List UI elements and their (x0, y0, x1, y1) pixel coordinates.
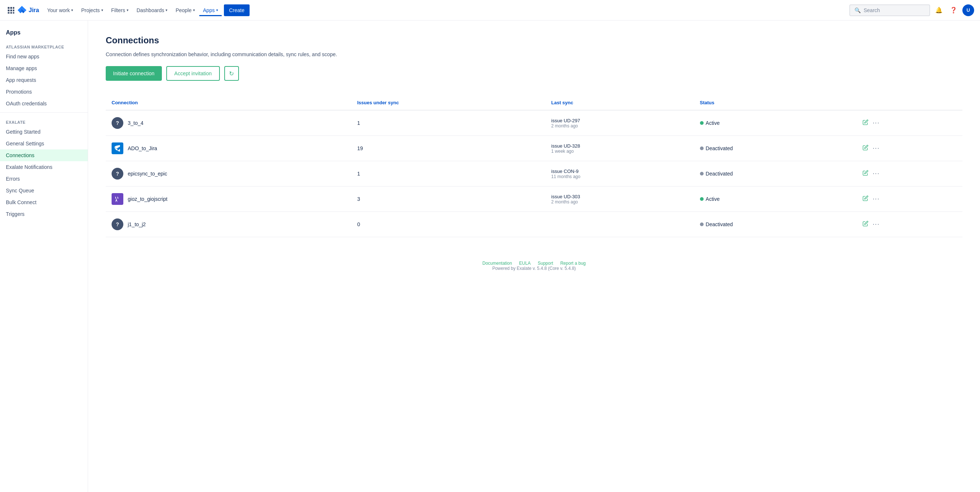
col-last-sync: Last sync (546, 96, 694, 110)
grid-icon[interactable] (6, 5, 16, 16)
nav-people[interactable]: People ▾ (172, 5, 199, 16)
table-row: gioz_to_giojscript 3 issue UD-303 2 mont… (106, 186, 963, 212)
issues-count-cell: 0 (351, 212, 546, 237)
nav-apps[interactable]: Apps ▾ (199, 5, 222, 16)
row-actions-cell: ··· (857, 161, 963, 186)
status-cell: Deactivated (694, 136, 857, 161)
nav-your-work[interactable]: Your work ▾ (43, 5, 77, 16)
status-label: Active (706, 120, 720, 126)
footer-link-documentation[interactable]: Documentation (482, 261, 512, 266)
last-sync-issue: issue UD-328 (551, 143, 688, 149)
marketplace-section-title: ATLASSIAN MARKETPLACE (0, 40, 88, 51)
connection-name-cell: gioz_to_giojscript (106, 186, 351, 212)
edit-button[interactable] (862, 221, 869, 228)
create-button[interactable]: Create (224, 5, 250, 16)
connection-name: epicsync_to_epic (128, 171, 167, 177)
connection-name: ADO_to_Jira (128, 145, 157, 151)
more-actions-button[interactable]: ··· (873, 145, 880, 152)
sidebar-item-oauth[interactable]: OAuth credentials (0, 98, 88, 110)
status-dot (700, 197, 704, 201)
status-dot (700, 146, 704, 150)
action-bar: Initiate connection Accept invitation ↻ (106, 66, 963, 81)
svg-rect-2 (13, 7, 14, 9)
sidebar-item-manage-apps[interactable]: Manage apps (0, 62, 88, 74)
sidebar-item-errors[interactable]: Errors (0, 173, 88, 185)
help-button[interactable]: ❓ (948, 5, 959, 16)
top-navigation: Jira Your work ▾ Projects ▾ Filters ▾ Da… (0, 0, 980, 21)
col-issues: Issues under sync (351, 96, 546, 110)
last-sync-cell: issue UD-297 2 months ago (546, 110, 694, 136)
connection-icon (111, 142, 123, 154)
footer-link-report-bug[interactable]: Report a bug (560, 261, 585, 266)
refresh-icon: ↻ (229, 70, 234, 77)
connection-name-cell: ADO_to_Jira (106, 136, 351, 161)
last-sync-time: 2 months ago (551, 123, 688, 129)
svg-rect-0 (8, 7, 10, 9)
chevron-down-icon: ▾ (101, 8, 103, 12)
sidebar-item-promotions[interactable]: Promotions (0, 86, 88, 98)
row-actions-cell: ··· (857, 186, 963, 212)
col-status: Status (694, 96, 857, 110)
status-cell: Deactivated (694, 161, 857, 186)
connections-table: Connection Issues under sync Last sync S… (106, 96, 963, 237)
sidebar-item-exalate-notifications[interactable]: Exalate Notifications (0, 161, 88, 173)
footer-link-support[interactable]: Support (538, 261, 553, 266)
edit-button[interactable] (862, 195, 869, 203)
sidebar-item-sync-queue[interactable]: Sync Queue (0, 185, 88, 196)
connection-name-cell: ? 3_to_4 (106, 110, 351, 136)
more-actions-button[interactable]: ··· (873, 221, 880, 228)
edit-button[interactable] (862, 145, 869, 152)
connection-name: gioz_to_giojscript (128, 196, 167, 202)
connection-icon (111, 193, 123, 205)
chevron-down-icon: ▾ (165, 8, 167, 12)
footer: Documentation EULA Support Report a bug … (106, 252, 963, 280)
sidebar-item-triggers[interactable]: Triggers (0, 208, 88, 220)
status-label: Deactivated (706, 221, 733, 227)
sidebar: Apps ATLASSIAN MARKETPLACE Find new apps… (0, 21, 88, 492)
footer-link-eula[interactable]: EULA (519, 261, 530, 266)
sidebar-heading: Apps (0, 26, 88, 40)
sidebar-item-getting-started[interactable]: Getting Started (0, 126, 88, 138)
connection-name-cell: ? epicsync_to_epic (106, 161, 351, 186)
sidebar-item-connections[interactable]: Connections (0, 150, 88, 161)
nav-dashboards[interactable]: Dashboards ▾ (133, 5, 172, 16)
nav-projects[interactable]: Projects ▾ (78, 5, 107, 16)
svg-rect-3 (8, 10, 10, 11)
sidebar-item-general-settings[interactable]: General Settings (0, 138, 88, 150)
sidebar-item-app-requests[interactable]: App requests (0, 74, 88, 86)
last-sync-cell: issue UD-328 1 week ago (546, 136, 694, 161)
connection-name: 3_to_4 (128, 120, 143, 126)
last-sync-cell: issue UD-303 2 months ago (546, 186, 694, 212)
sidebar-item-bulk-connect[interactable]: Bulk Connect (0, 196, 88, 208)
more-actions-button[interactable]: ··· (873, 196, 880, 202)
refresh-button[interactable]: ↻ (224, 66, 239, 81)
edit-button[interactable] (862, 119, 869, 127)
connection-name-cell: ? j1_to_j2 (106, 212, 351, 237)
svg-rect-4 (10, 10, 12, 11)
nav-right: 🔍 Search 🔔 ❓ U (850, 5, 974, 16)
edit-button[interactable] (862, 170, 869, 177)
chevron-down-icon: ▾ (127, 8, 129, 12)
notifications-button[interactable]: 🔔 (933, 5, 945, 16)
status-cell: Deactivated (694, 212, 857, 237)
svg-rect-8 (13, 12, 14, 14)
more-actions-button[interactable]: ··· (873, 170, 880, 177)
exalate-section-title: EXALATE (0, 116, 88, 126)
last-sync-issue: issue CON-9 (551, 169, 688, 174)
chevron-down-icon: ▾ (216, 8, 218, 12)
footer-powered-by: Powered by Exalate v. 5.4.8 (Core v. 5.4… (115, 266, 954, 271)
user-avatar[interactable]: U (963, 5, 974, 16)
svg-rect-6 (8, 12, 10, 14)
nav-filters[interactable]: Filters ▾ (108, 5, 132, 16)
logo-text: Jira (29, 7, 39, 14)
search-placeholder: Search (864, 7, 880, 13)
initiate-connection-button[interactable]: Initiate connection (106, 66, 162, 81)
status-label: Deactivated (706, 171, 733, 177)
jira-logo[interactable]: Jira (18, 6, 39, 15)
main-layout: Apps ATLASSIAN MARKETPLACE Find new apps… (0, 21, 980, 492)
sidebar-item-find-new-apps[interactable]: Find new apps (0, 51, 88, 62)
connection-icon: ? (111, 117, 123, 129)
more-actions-button[interactable]: ··· (873, 120, 880, 126)
search-box[interactable]: 🔍 Search (850, 5, 930, 16)
accept-invitation-button[interactable]: Accept invitation (166, 66, 220, 81)
